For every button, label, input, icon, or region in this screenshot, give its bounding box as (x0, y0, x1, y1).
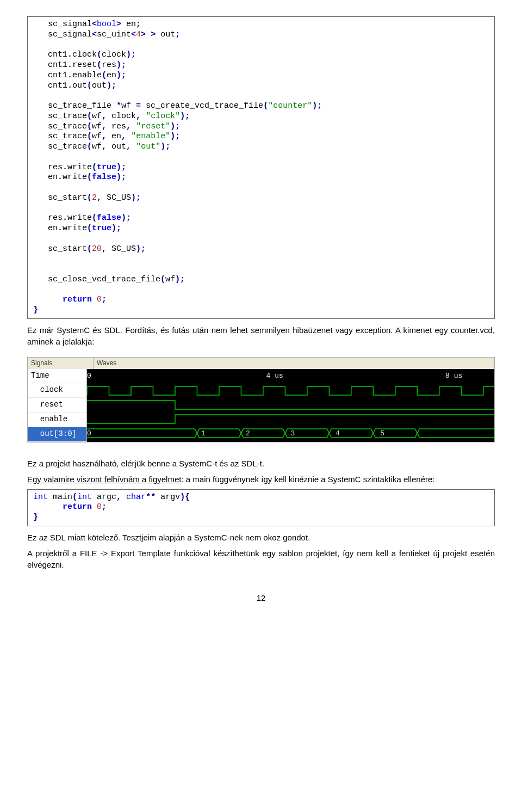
time-tick: 0 (87, 371, 91, 381)
paragraph-4: Ez az SDL miatt kötelező. Tesztjeim alap… (27, 532, 495, 543)
signal-row-clock[interactable]: clock (28, 383, 86, 398)
page-number: 12 (27, 592, 495, 604)
time-tick: 4 us (266, 371, 283, 381)
code-block-2: int main(int argc, char** argv){ return … (27, 489, 495, 526)
signal-row-reset[interactable]: reset (28, 398, 86, 413)
warning-rest: : a main függvénynek így kell kinéznie a… (181, 475, 434, 484)
signals-header: Signals (28, 358, 94, 369)
bus-value: 4 (335, 429, 340, 439)
paragraph-2: Ez a projekt használható, elérjük benne … (27, 458, 495, 469)
signal-row-out-3-0-[interactable]: out[3:0] (28, 427, 86, 442)
signal-list: Time clock reset enable out[3:0] (28, 369, 87, 442)
bus-value: 1 (201, 429, 206, 439)
warning-underline: Egy valamire viszont felhívnám a figyelm… (27, 475, 181, 484)
signal-row-time[interactable]: Time (28, 369, 86, 384)
bus-value: 5 (380, 429, 384, 439)
bus-value: 3 (291, 429, 295, 439)
paragraph-intro: Ez már SystemC és SDL. Fordítás, és futá… (27, 324, 495, 347)
waves-area: 04 us8 us (87, 369, 494, 442)
code-block-1: sc_signal<bool> en; sc_signal<sc_uint<4>… (27, 16, 495, 319)
bus-value: 0 (87, 429, 91, 439)
bus-value: 2 (246, 429, 250, 439)
waveform-viewer: Signals Waves Time clock reset enable ou… (27, 357, 495, 442)
paragraph-warning: Egy valamire viszont felhívnám a figyelm… (27, 473, 495, 485)
signal-row-enable[interactable]: enable (28, 413, 86, 427)
paragraph-5: A projektről a FILE -> Export Template f… (27, 548, 495, 570)
waves-header: Waves (94, 358, 494, 369)
time-tick: 8 us (445, 371, 462, 381)
